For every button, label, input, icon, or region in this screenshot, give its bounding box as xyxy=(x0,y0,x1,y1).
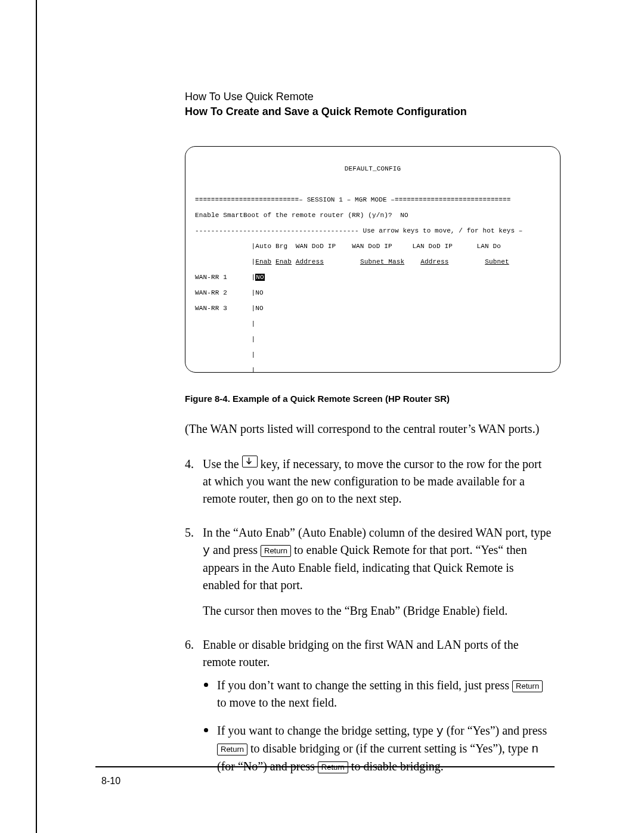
step-6-lead: Enable or disable bridging on the first … xyxy=(203,638,519,668)
screen-row-3: WAN-RR 3 |NO xyxy=(195,305,550,312)
screen-blank: | xyxy=(195,320,550,328)
step-5-p2: The cursor then moves to the “Brg Enab” … xyxy=(203,602,552,620)
step-6-bullet-1: If you don’t want to change the setting … xyxy=(203,677,552,711)
running-head-title: How To Use Quick Remote xyxy=(185,89,552,104)
step-5-p1: In the “Auto Enab” (Auto Enable) column … xyxy=(203,526,551,592)
step-number: 6. xyxy=(185,636,194,654)
footer-rule xyxy=(95,766,555,767)
terminal-screenshot: DEFAULT_CONFIG =========================… xyxy=(185,146,561,373)
screen-blank: | xyxy=(195,336,550,343)
down-arrow-key-icon xyxy=(242,456,258,467)
screen-colhead-2: |Enab Enab Address Subnet Mask Address S… xyxy=(195,258,550,266)
screen-prompt: Enable SmartBoot of the remote router (R… xyxy=(195,212,550,219)
screen-row-2: WAN-RR 2 |NO xyxy=(195,289,550,297)
step-number: 4. xyxy=(185,456,194,473)
page: How To Use Quick Remote How To Create an… xyxy=(0,0,644,833)
return-key-icon: Return xyxy=(261,545,291,557)
running-head-subtitle: How To Create and Save a Quick Remote Co… xyxy=(185,104,552,119)
step-4-text: Use the key, if necessary, to move the c… xyxy=(203,457,541,505)
screen-session-line: ==========================– SESSION 1 – … xyxy=(195,196,550,204)
screen-row-1: WAN-RR 1 |NO xyxy=(195,274,550,281)
step-6-bullets: If you don’t want to change the setting … xyxy=(203,677,552,775)
screen-blank: | xyxy=(195,367,550,373)
screen-colhead-1: |Auto Brg WAN DoD IP WAN DoD IP LAN DoD … xyxy=(195,243,550,250)
screen-title: DEFAULT_CONFIG xyxy=(195,165,550,173)
return-key-icon: Return xyxy=(512,680,543,692)
step-6-bullet-2: If you want to change the bridge setting… xyxy=(203,722,552,775)
running-head: How To Use Quick Remote How To Create an… xyxy=(185,89,552,119)
page-number: 8-10 xyxy=(101,776,120,786)
screen-hint: ----------------------------------------… xyxy=(195,227,550,235)
step-4: 4. Use the key, if necessary, to move th… xyxy=(185,456,552,507)
step-5: 5. In the “Auto Enab” (Auto Enable) colu… xyxy=(185,524,552,620)
return-key-icon: Return xyxy=(217,744,247,755)
step-number: 5. xyxy=(185,524,194,541)
step-6: 6. Enable or disable bridging on the fir… xyxy=(185,636,552,775)
left-rule xyxy=(36,0,37,833)
parenthetical-note: (The WAN ports listed will correspond to… xyxy=(185,420,552,438)
step-list: 4. Use the key, if necessary, to move th… xyxy=(185,456,552,775)
return-key-icon: Return xyxy=(318,761,348,773)
figure-caption: Figure 8-4. Example of a Quick Remote Sc… xyxy=(185,394,552,404)
screen-blank: | xyxy=(195,351,550,359)
